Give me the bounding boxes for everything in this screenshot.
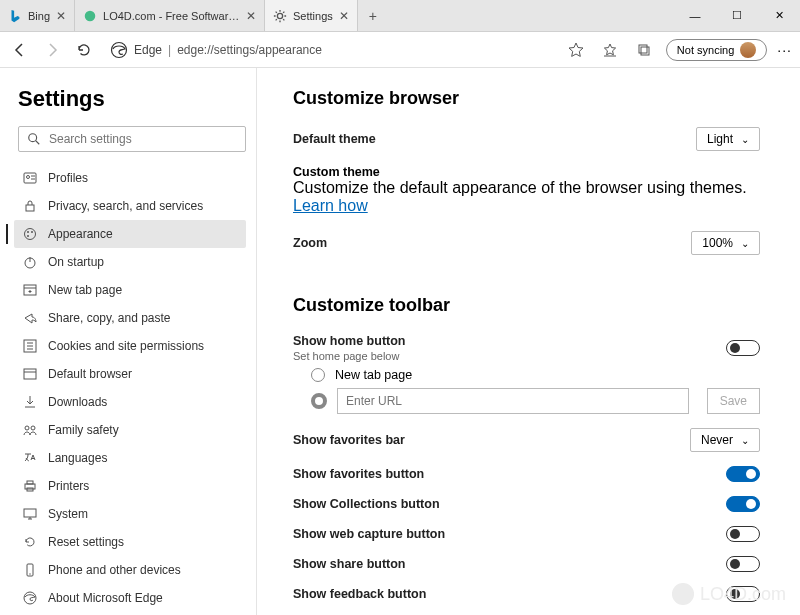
svg-point-24 bbox=[29, 573, 30, 574]
svg-point-1 bbox=[277, 13, 282, 18]
share-button-toggle[interactable] bbox=[726, 556, 760, 572]
svg-point-17 bbox=[25, 426, 29, 430]
custom-theme-label: Custom theme bbox=[293, 165, 760, 179]
sidebar-item-privacy[interactable]: Privacy, search, and services bbox=[14, 192, 246, 220]
chevron-down-icon: ⌄ bbox=[741, 134, 749, 145]
default-theme-row: Default theme Light ⌄ bbox=[293, 127, 760, 151]
home-url-input[interactable] bbox=[337, 388, 689, 414]
address-bar[interactable]: Edge | edge://settings/appearance bbox=[104, 41, 556, 59]
sidebar-item-appearance[interactable]: Appearance bbox=[14, 220, 246, 248]
edge-icon bbox=[110, 41, 128, 59]
more-menu-button[interactable]: ··· bbox=[777, 42, 792, 58]
svg-rect-8 bbox=[26, 205, 34, 211]
minimize-button[interactable]: — bbox=[674, 0, 716, 31]
svg-rect-20 bbox=[27, 481, 33, 484]
profile-icon bbox=[22, 170, 38, 186]
tab-label: Bing bbox=[28, 10, 50, 22]
share-icon bbox=[22, 310, 38, 326]
sidebar-item-share[interactable]: Share, copy, and paste bbox=[14, 304, 246, 332]
family-icon bbox=[22, 422, 38, 438]
tab-label: LO4D.com - Free Software Down bbox=[103, 10, 240, 22]
avatar bbox=[740, 42, 756, 58]
sidebar-item-languages[interactable]: Languages bbox=[14, 444, 246, 472]
sidebar-item-phone[interactable]: Phone and other devices bbox=[14, 556, 246, 584]
forward-button[interactable] bbox=[40, 38, 64, 62]
share-button-row: Show share button bbox=[293, 556, 760, 572]
webcapture-button-toggle[interactable] bbox=[726, 526, 760, 542]
sidebar-item-printers[interactable]: Printers bbox=[14, 472, 246, 500]
gear-icon bbox=[273, 9, 287, 23]
toolbar: Edge | edge://settings/appearance Not sy… bbox=[0, 32, 800, 68]
edge-about-icon bbox=[22, 590, 38, 606]
globe-favicon bbox=[83, 9, 97, 23]
sidebar-item-startup[interactable]: On startup bbox=[14, 248, 246, 276]
sidebar-item-system[interactable]: System bbox=[14, 500, 246, 528]
sidebar-item-downloads[interactable]: Downloads bbox=[14, 388, 246, 416]
sidebar-item-reset[interactable]: Reset settings bbox=[14, 528, 246, 556]
favorites-button-toggle[interactable] bbox=[726, 466, 760, 482]
svg-rect-6 bbox=[24, 173, 36, 183]
svg-point-9 bbox=[25, 229, 36, 240]
back-button[interactable] bbox=[8, 38, 32, 62]
default-theme-dropdown[interactable]: Light ⌄ bbox=[696, 127, 760, 151]
close-icon[interactable]: ✕ bbox=[246, 9, 256, 23]
power-icon bbox=[22, 254, 38, 270]
star-icon[interactable] bbox=[564, 38, 588, 62]
refresh-button[interactable] bbox=[72, 38, 96, 62]
customize-toolbar-heading: Customize toolbar bbox=[293, 295, 760, 316]
sidebar-item-newtab[interactable]: New tab page bbox=[14, 276, 246, 304]
browser-icon bbox=[22, 366, 38, 382]
newtab-icon bbox=[22, 282, 38, 298]
paint-icon bbox=[22, 226, 38, 242]
browser-tab-lo4d[interactable]: LO4D.com - Free Software Down ✕ bbox=[75, 0, 265, 31]
favorites-toolbar-icon[interactable] bbox=[598, 38, 622, 62]
favorites-bar-row: Show favorites bar Never ⌄ bbox=[293, 428, 760, 452]
show-home-toggle[interactable] bbox=[726, 340, 760, 356]
lock-icon bbox=[22, 198, 38, 214]
sidebar-item-cookies[interactable]: Cookies and site permissions bbox=[14, 332, 246, 360]
search-input[interactable] bbox=[49, 132, 237, 146]
sidebar-item-default[interactable]: Default browser bbox=[14, 360, 246, 388]
sidebar-item-profiles[interactable]: Profiles bbox=[14, 164, 246, 192]
collections-toolbar-icon[interactable] bbox=[632, 38, 656, 62]
watermark: LO4D.com bbox=[672, 583, 786, 605]
close-icon[interactable]: ✕ bbox=[339, 9, 349, 23]
show-home-label: Show home button bbox=[293, 334, 405, 348]
maximize-button[interactable]: ☐ bbox=[716, 0, 758, 31]
new-tab-button[interactable]: + bbox=[358, 0, 388, 31]
svg-rect-16 bbox=[24, 369, 36, 379]
window-controls: — ☐ ✕ bbox=[674, 0, 800, 31]
zoom-row: Zoom 100% ⌄ bbox=[293, 231, 760, 255]
sidebar-item-about[interactable]: About Microsoft Edge bbox=[14, 584, 246, 612]
search-settings-box[interactable] bbox=[18, 126, 246, 152]
svg-point-12 bbox=[27, 235, 29, 237]
home-option-url[interactable]: Save bbox=[311, 388, 760, 414]
chevron-down-icon: ⌄ bbox=[741, 435, 749, 446]
svg-point-10 bbox=[27, 231, 29, 233]
default-theme-label: Default theme bbox=[293, 132, 376, 146]
svg-rect-4 bbox=[641, 47, 649, 55]
show-home-row: Show home button Set home page below bbox=[293, 334, 760, 362]
zoom-dropdown[interactable]: 100% ⌄ bbox=[691, 231, 760, 255]
close-window-button[interactable]: ✕ bbox=[758, 0, 800, 31]
svg-rect-3 bbox=[639, 45, 647, 53]
profile-sync-button[interactable]: Not syncing bbox=[666, 39, 767, 61]
svg-point-18 bbox=[31, 426, 35, 430]
svg-point-2 bbox=[112, 42, 127, 57]
save-button[interactable]: Save bbox=[707, 388, 760, 414]
svg-point-7 bbox=[27, 176, 30, 179]
learn-how-link[interactable]: Learn how bbox=[293, 197, 368, 214]
svg-point-5 bbox=[29, 134, 37, 142]
browser-tab-settings[interactable]: Settings ✕ bbox=[265, 0, 358, 31]
favorites-bar-dropdown[interactable]: Never ⌄ bbox=[690, 428, 760, 452]
collections-button-row: Show Collections button bbox=[293, 496, 760, 512]
home-option-newtab[interactable]: New tab page bbox=[311, 368, 760, 382]
search-icon bbox=[27, 132, 41, 146]
globe-watermark-icon bbox=[672, 583, 694, 605]
browser-tab-bing[interactable]: Bing ✕ bbox=[0, 0, 75, 31]
collections-button-toggle[interactable] bbox=[726, 496, 760, 512]
close-icon[interactable]: ✕ bbox=[56, 9, 66, 23]
sidebar-item-family[interactable]: Family safety bbox=[14, 416, 246, 444]
settings-content: Settings Profiles Privacy, search, and s… bbox=[0, 68, 800, 615]
reset-icon bbox=[22, 534, 38, 550]
